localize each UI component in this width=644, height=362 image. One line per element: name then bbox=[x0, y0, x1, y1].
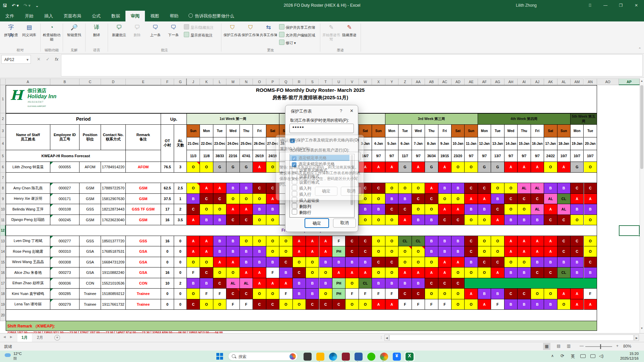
ribbon-tab-开始[interactable]: 开始 bbox=[19, 11, 39, 21]
shift-cell[interactable]: O bbox=[451, 299, 465, 310]
column-header-T[interactable]: T bbox=[319, 78, 332, 85]
cancel-button[interactable]: 取消 bbox=[333, 219, 356, 228]
shift-cell[interactable]: A bbox=[571, 299, 584, 310]
taskbar-clock[interactable]: 15:202025/12/16 bbox=[613, 351, 640, 361]
staff-id-17[interactable]: 000036 bbox=[50, 278, 79, 289]
shift-cell[interactable]: CL bbox=[412, 236, 425, 247]
shift-cell[interactable]: O bbox=[465, 162, 478, 173]
row-header-13[interactable]: 13 bbox=[0, 236, 6, 247]
shift-cell[interactable]: A bbox=[518, 246, 531, 257]
ribbon-button-上一条[interactable]: 🗨上一条 bbox=[146, 23, 164, 47]
shift-cell[interactable]: O bbox=[372, 267, 385, 278]
shift-cell[interactable]: B bbox=[226, 236, 239, 247]
shift-cell[interactable]: C bbox=[425, 278, 438, 289]
staff-pos-17[interactable]: CON bbox=[79, 278, 101, 289]
ime-indicator[interactable]: 英 bbox=[571, 354, 575, 359]
ribbon-button-下一条[interactable]: 🗨下一条 bbox=[164, 23, 182, 47]
shift-cell[interactable]: O bbox=[293, 299, 306, 310]
reenter-input[interactable] bbox=[279, 152, 361, 161]
dialog-help-icon[interactable]: ? bbox=[340, 108, 342, 113]
shift-cell[interactable]: C bbox=[266, 299, 279, 310]
shift-cell[interactable]: C bbox=[279, 257, 292, 268]
staff-al-8[interactable]: 2.5 bbox=[174, 183, 187, 194]
shift-cell[interactable]: A bbox=[306, 236, 319, 247]
shift-cell[interactable]: C bbox=[213, 278, 226, 289]
shift-cell[interactable]: C bbox=[557, 246, 571, 257]
shift-cell[interactable]: C bbox=[359, 236, 372, 247]
ribbon-button-保护并共享工作簿[interactable]: 保护并共享工作簿 bbox=[279, 24, 315, 31]
shift-cell[interactable]: C bbox=[544, 215, 557, 226]
shift-cell[interactable]: A bbox=[345, 267, 359, 278]
shift-cell[interactable]: B bbox=[557, 257, 571, 268]
shift-cell[interactable]: C bbox=[187, 299, 200, 310]
shift-cell[interactable]: O bbox=[372, 194, 385, 204]
ribbon-button-开始墨迹书写[interactable]: ✎开始墨迹书写 bbox=[322, 23, 340, 47]
staff-al-6[interactable]: 3 bbox=[174, 162, 187, 173]
row-header-5[interactable]: 5 bbox=[0, 150, 6, 162]
shift-cell[interactable]: C bbox=[478, 257, 491, 268]
shift-cell[interactable]: A bbox=[531, 162, 544, 173]
shift-cell[interactable]: O bbox=[412, 257, 425, 268]
shift-cell[interactable]: B bbox=[438, 236, 451, 247]
shift-cell[interactable]: C bbox=[518, 289, 531, 299]
ribbon-button-显示所有批注[interactable]: 显示所有批注 bbox=[184, 32, 213, 39]
ribbon-button-拼写检查[interactable]: 字A拼写检查 bbox=[2, 23, 20, 47]
undo-icon[interactable]: ↶ ▾ bbox=[12, 3, 19, 8]
staff-pos-16[interactable]: GSA bbox=[79, 267, 101, 278]
shift-cell[interactable]: O bbox=[293, 257, 306, 268]
shift-cell[interactable]: O bbox=[187, 162, 200, 173]
column-header-AG[interactable]: AG bbox=[491, 78, 504, 85]
ribbon-button-翻译[interactable]: 译翻译 bbox=[88, 23, 106, 47]
staff-ot-9[interactable]: 37.5 bbox=[161, 194, 174, 204]
shift-cell[interactable]: B bbox=[240, 257, 253, 268]
shift-cell[interactable]: A bbox=[425, 267, 438, 278]
staff-name-14[interactable]: Rose Peng 彭晓露 bbox=[6, 246, 50, 257]
shift-cell[interactable]: A bbox=[319, 246, 332, 257]
shift-cell[interactable]: F bbox=[279, 289, 292, 299]
shift-cell[interactable]: O bbox=[240, 236, 253, 247]
redo-icon[interactable]: ↷ ▾ bbox=[23, 3, 31, 8]
column-header-Y[interactable]: Y bbox=[385, 78, 398, 85]
staff-pos-14[interactable]: GSA bbox=[79, 246, 101, 257]
shift-cell[interactable]: B bbox=[266, 204, 279, 215]
shift-cell[interactable]: O bbox=[491, 246, 504, 257]
ribbon-button-保护工作簿[interactable]: ⛉保护工作簿 bbox=[241, 23, 260, 47]
shift-cell[interactable]: O bbox=[478, 215, 491, 226]
shift-cell[interactable]: A bbox=[438, 267, 451, 278]
insert-function-icon[interactable]: fx bbox=[55, 55, 58, 64]
staff-ot-8[interactable]: 62.5 bbox=[161, 183, 174, 194]
shift-cell[interactable]: A bbox=[557, 289, 571, 299]
shift-cell[interactable]: CL bbox=[359, 278, 372, 289]
account-name[interactable]: Lilith Zhong bbox=[516, 0, 537, 11]
shift-cell[interactable]: O bbox=[240, 194, 253, 204]
shift-cell[interactable]: O bbox=[584, 246, 597, 257]
row-header-2[interactable]: 2 bbox=[0, 113, 6, 125]
ghost-cancel-button[interactable]: 取消 bbox=[341, 187, 362, 196]
shift-cell[interactable]: C bbox=[345, 246, 359, 257]
staff-remark-17[interactable]: CON bbox=[126, 278, 161, 289]
shift-cell[interactable]: O bbox=[385, 246, 398, 257]
staff-contact-15[interactable]: 16684731209 bbox=[101, 257, 126, 268]
enter-formula-icon[interactable]: ✓ bbox=[46, 55, 50, 64]
shift-cell[interactable]: A bbox=[531, 236, 544, 247]
scroll-down-icon[interactable]: ▼ bbox=[640, 326, 644, 331]
shift-cell[interactable]: C bbox=[412, 194, 425, 204]
shift-cell[interactable]: O bbox=[359, 215, 372, 226]
shift-cell[interactable]: C bbox=[438, 215, 451, 226]
staff-name-15[interactable]: Winni Wang 王晶晶 bbox=[6, 257, 50, 268]
column-header-M[interactable]: M bbox=[226, 78, 239, 85]
shift-cell[interactable]: O bbox=[451, 289, 465, 299]
shift-cell[interactable]: C bbox=[293, 267, 306, 278]
shift-cell[interactable]: AL bbox=[226, 278, 239, 289]
column-header-AN[interactable]: AN bbox=[584, 78, 597, 85]
shift-cell[interactable]: A bbox=[385, 299, 398, 310]
shift-cell[interactable]: A bbox=[372, 299, 385, 310]
shift-cell[interactable]: B bbox=[504, 215, 518, 226]
shift-cell[interactable]: B bbox=[253, 257, 266, 268]
shift-cell[interactable]: F bbox=[425, 299, 438, 310]
staff-id-6[interactable]: 000055 bbox=[50, 162, 79, 173]
shift-cell[interactable]: O bbox=[518, 257, 531, 268]
staff-pos-6[interactable]: AFOM bbox=[79, 162, 101, 173]
ribbon-tab-帮助[interactable]: 帮助 bbox=[164, 11, 184, 21]
column-header-D[interactable]: D bbox=[101, 78, 126, 85]
